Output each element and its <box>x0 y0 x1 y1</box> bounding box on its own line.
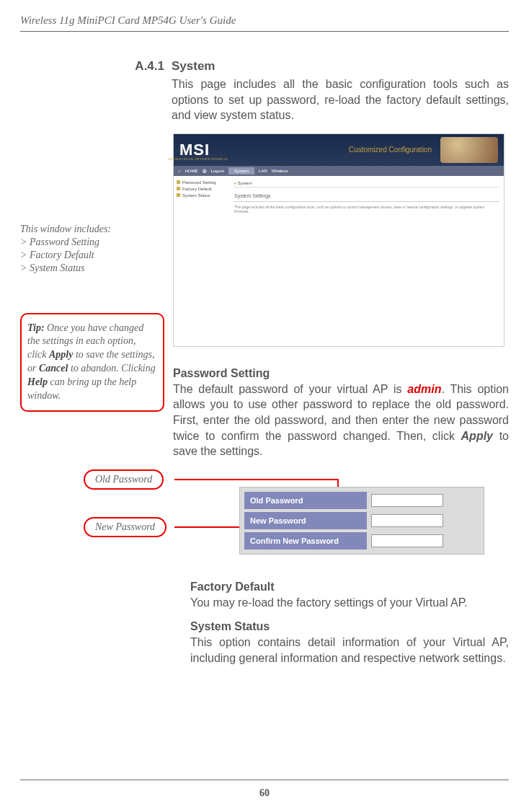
breadcrumb: ▸ System <box>234 180 499 187</box>
password-setting-text: The default password of your virtual AP … <box>173 381 509 459</box>
form-row: Confirm New Password <box>244 532 479 550</box>
section-number: A.4.1 <box>20 59 164 133</box>
system-status-text: This option contains detail information … <box>190 635 509 666</box>
screenshot-main: ▸ System System Settings This page inclu… <box>230 176 504 346</box>
new-password-label: New Password <box>244 512 367 529</box>
screenshot-header: MSI MICRO-STAR INTERNATIONAL Customized … <box>174 134 504 166</box>
header-tagline: Customized Configuration <box>349 146 432 154</box>
sidebar-item[interactable]: Password Setting <box>177 180 227 185</box>
tab-home[interactable]: HOME <box>185 169 198 173</box>
running-header: Wireless 11g MiniPCI Card MP54G User's G… <box>20 14 509 32</box>
bullet-icon <box>177 187 180 190</box>
window-includes: This window includes: > Password Setting… <box>20 223 164 275</box>
nav-tabs: ⌂ HOME ⏻ Logout System LAN Wireless <box>174 166 504 176</box>
page-number: 60 <box>259 787 270 799</box>
form-row: Old Password <box>244 492 479 509</box>
confirm-password-label: Confirm New Password <box>244 532 367 550</box>
logo-subtitle: MICRO-STAR INTERNATIONAL <box>168 157 228 161</box>
factory-default-text: You may re-load the factory settings of … <box>190 595 509 611</box>
logout-icon[interactable]: ⏻ <box>203 169 207 173</box>
new-password-callout: New Password <box>84 517 166 537</box>
sidebar-item[interactable]: System Status <box>177 193 227 198</box>
tab-logout[interactable]: Logout <box>211 169 224 173</box>
tab-wireless[interactable]: Wireless <box>272 169 288 173</box>
includes-title: This window includes: <box>20 223 164 236</box>
tip-label: Tip: <box>27 322 45 333</box>
sidebar-item[interactable]: Factory Default <box>177 187 227 191</box>
tab-lan[interactable]: LAN <box>259 169 267 173</box>
divider <box>234 201 499 202</box>
home-icon[interactable]: ⌂ <box>178 169 181 173</box>
connector-line <box>174 479 339 480</box>
panel-text: This page includes all the basic configu… <box>234 205 499 214</box>
factory-default-title: Factory Default <box>190 581 509 593</box>
password-form-screenshot: Old Password New Password Confirm New Pa… <box>239 487 484 555</box>
footer-rule <box>20 780 509 780</box>
system-status-title: System Status <box>190 620 509 633</box>
bullet-icon <box>177 180 180 184</box>
includes-item: > Password Setting <box>20 236 164 249</box>
msi-logo: MSI <box>179 141 210 159</box>
confirm-password-input[interactable] <box>371 534 443 547</box>
form-row: New Password <box>244 512 479 529</box>
includes-item: > System Status <box>20 262 164 275</box>
password-setting-title: Password Setting <box>173 367 509 380</box>
new-password-input[interactable] <box>371 514 443 527</box>
old-password-label: Old Password <box>244 492 367 509</box>
tip-box: Tip: Once you have changed the settings … <box>20 313 164 412</box>
panel-title: System Settings <box>234 193 499 198</box>
screenshot-sidebar: Password Setting Factory Default System … <box>174 176 230 346</box>
old-password-callout: Old Password <box>84 469 164 490</box>
system-page-screenshot: MSI MICRO-STAR INTERNATIONAL Customized … <box>173 133 504 347</box>
section-intro: This page includes all the basic configu… <box>172 76 509 123</box>
includes-item: > Factory Default <box>20 249 164 262</box>
header-photo <box>440 137 498 163</box>
old-password-input[interactable] <box>371 494 443 507</box>
section-title: System <box>172 59 509 74</box>
tab-system[interactable]: System <box>228 167 254 175</box>
arrow-icon: ▸ <box>234 181 236 185</box>
bullet-icon <box>177 193 180 197</box>
